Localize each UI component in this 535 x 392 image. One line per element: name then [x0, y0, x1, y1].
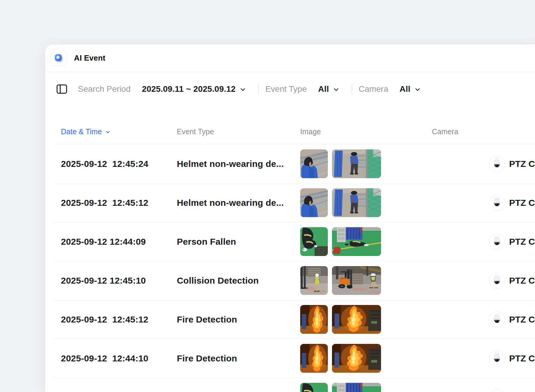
ai-event-logo-icon	[51, 50, 67, 66]
filter-divider	[352, 84, 352, 94]
event-snapshot-close[interactable]	[300, 227, 328, 256]
row-event-type: Helmet non-wearing de...	[177, 159, 284, 169]
event-type-label: Event Type	[265, 84, 307, 94]
table-row[interactable]: 2025-09-12 12:45:10 Collision Detection …	[54, 261, 535, 300]
event-snapshot-close[interactable]	[300, 383, 328, 392]
row-event-type: Fire Detection	[177, 314, 237, 325]
ptz-camera-icon	[489, 195, 505, 211]
event-snapshot-wide[interactable]	[332, 383, 381, 392]
row-thumbnails	[300, 305, 381, 334]
table-row[interactable]: 2025-09-12 12:44:10 Fire Detection PTZ C	[54, 339, 535, 378]
event-snapshot-close[interactable]	[300, 188, 328, 217]
camera-name: PTZ C	[509, 237, 535, 247]
event-snapshot-close[interactable]	[300, 149, 328, 178]
sort-chevron-down-icon	[105, 129, 111, 135]
event-type-value: All	[318, 84, 329, 94]
row-datetime: 2025-09-12 12:45:12	[61, 314, 148, 325]
table-header: Date & Time Event Type Image Camera	[54, 125, 535, 138]
chevron-down-icon	[333, 86, 340, 93]
table-row[interactable]: 2025-09-12 12:45:12 Fire Detection PTZ C	[54, 300, 535, 339]
event-snapshot-close[interactable]	[300, 305, 328, 334]
event-snapshot-close[interactable]	[300, 266, 328, 295]
column-header-datetime[interactable]: Date & Time	[61, 127, 111, 136]
row-camera: PTZ C	[489, 389, 535, 392]
event-snapshot-wide[interactable]	[332, 188, 381, 217]
row-datetime: 2025-09-12 12:44:09	[61, 237, 146, 247]
row-thumbnails	[300, 344, 381, 373]
row-event-type: Person Fallen	[177, 237, 236, 247]
row-datetime: 2025-09-12 12:45:10	[61, 276, 146, 286]
camera-name: PTZ C	[509, 198, 535, 208]
event-snapshot-wide[interactable]	[332, 266, 381, 295]
row-camera: PTZ C	[489, 350, 535, 366]
ai-event-panel: AI Event Search Period 2025.09.11 ~ 2025…	[45, 45, 535, 392]
row-thumbnails	[300, 188, 381, 217]
event-table-body: 2025-09-12 12:45:24 Helmet non-wearing d…	[54, 144, 535, 392]
ptz-camera-icon	[489, 389, 505, 392]
ptz-camera-icon	[489, 312, 505, 328]
event-snapshot-wide[interactable]	[332, 305, 381, 334]
row-thumbnails	[300, 149, 381, 178]
column-header-camera: Camera	[432, 127, 458, 136]
column-header-event-type: Event Type	[177, 127, 214, 136]
row-camera: PTZ C	[489, 234, 535, 250]
event-snapshot-wide[interactable]	[332, 344, 381, 373]
event-snapshot-wide[interactable]	[332, 227, 381, 256]
row-camera: PTZ C	[489, 195, 535, 211]
ptz-camera-icon	[489, 273, 505, 289]
sidebar-toggle-button[interactable]	[56, 84, 68, 94]
filter-bar: Search Period 2025.09.11 ~ 2025.09.12 Ev…	[56, 82, 535, 96]
camera-filter-label: Camera	[359, 84, 388, 94]
row-event-type: Collision Detection	[177, 276, 259, 286]
row-camera: PTZ C	[489, 273, 535, 289]
ptz-camera-icon	[489, 156, 505, 172]
table-row[interactable]: 2025-09-12 12:45:24 Helmet non-wearing d…	[54, 145, 535, 184]
camera-dropdown[interactable]: All	[399, 84, 421, 94]
search-period-value: 2025.09.11 ~ 2025.09.12	[142, 84, 235, 94]
row-camera: PTZ C	[489, 312, 535, 328]
ptz-camera-icon	[489, 350, 505, 366]
column-header-image: Image	[300, 127, 321, 136]
row-datetime: 2025-09-12 12:45:12	[61, 198, 148, 208]
event-type-dropdown[interactable]: All	[318, 84, 339, 94]
column-header-datetime-label: Date & Time	[61, 127, 102, 136]
search-period-label: Search Period	[78, 84, 130, 94]
event-snapshot-wide[interactable]	[332, 149, 381, 178]
table-row[interactable]: 2025-09-12 12:45:12 Helmet non-wearing d…	[54, 184, 535, 222]
table-row[interactable]: 2025-09-12 12:44:09 Person Fallen PTZ C	[54, 222, 535, 261]
chevron-down-icon	[239, 86, 246, 93]
row-datetime: 2025-09-12 12:45:24	[61, 159, 148, 169]
table-row[interactable]: 2025-09-12 12:43:43 Person Fallen PTZ C	[54, 378, 535, 392]
page-title: AI Event	[74, 53, 106, 63]
sidebar-toggle-icon	[56, 84, 68, 94]
camera-name: PTZ C	[509, 314, 535, 325]
ptz-camera-icon	[489, 234, 505, 250]
event-snapshot-close[interactable]	[300, 344, 328, 373]
row-thumbnails	[300, 383, 381, 392]
row-event-type: Helmet non-wearing de...	[177, 198, 284, 208]
row-camera: PTZ C	[489, 156, 535, 172]
row-thumbnails	[300, 227, 381, 256]
camera-name: PTZ C	[509, 353, 535, 363]
panel-header: AI Event	[45, 45, 535, 72]
row-thumbnails	[300, 266, 381, 295]
camera-name: PTZ C	[509, 276, 535, 286]
row-event-type: Fire Detection	[177, 353, 237, 363]
row-datetime: 2025-09-12 12:44:10	[61, 353, 148, 363]
chevron-down-icon	[414, 86, 421, 93]
search-period-dropdown[interactable]: 2025.09.11 ~ 2025.09.12	[142, 84, 246, 94]
filter-divider	[258, 84, 259, 94]
camera-filter-value: All	[399, 84, 410, 94]
camera-name: PTZ C	[509, 159, 535, 169]
